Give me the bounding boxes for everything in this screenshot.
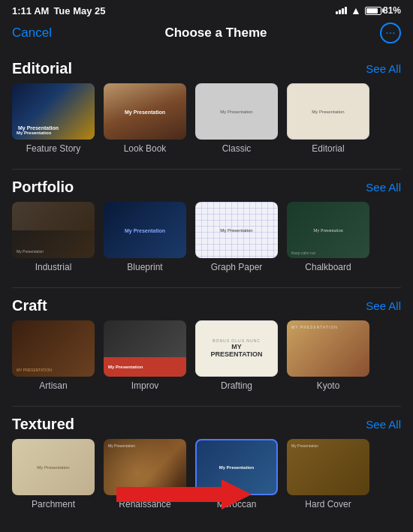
portfolio-see-all[interactable]: See All [366,181,401,194]
section-editorial-header: Editorial See All [0,51,413,83]
kyoto-label: Kyoto [317,380,340,391]
industrial-thumb: My Presentation [12,202,95,258]
drafting-label: Drafting [221,380,252,391]
theme-hard-cover[interactable]: My Presentation Hard Cover [287,439,369,509]
editorial-themes-row: My Presentation Feature Story My Present… [0,83,413,163]
status-time: 1:11 AM [12,5,49,17]
improv-thumb: My Presentation [104,320,186,377]
feature-story-thumb: My Presentation [12,83,95,140]
feature-story-label: Feature Story [26,143,81,154]
theme-graph-paper[interactable]: My Presentation Graph Paper [195,202,278,272]
theme-improv[interactable]: My Presentation Improv [104,320,186,391]
signal-icon [336,7,347,14]
theme-kyoto[interactable]: MY PRESENTATION Kyoto [287,320,369,391]
look-book-thumb: My Presentation [104,83,186,140]
more-button[interactable]: ··· [380,23,401,44]
svg-marker-0 [116,479,252,509]
battery-indicator: 81% [365,5,401,16]
industrial-label: Industrial [35,262,72,272]
editorial-see-all[interactable]: See All [366,62,401,75]
kyoto-thumb: MY PRESENTATION [287,320,369,377]
theme-feature-story[interactable]: My Presentation Feature Story [12,83,95,154]
theme-drafting[interactable]: BONUS OLUS NUNC MY PRESENTATION Drafting [195,320,278,391]
chalkboard-thumb: My Presentation Keep calm run [287,202,369,258]
wifi-icon: ▲ [351,5,361,17]
theme-artisan[interactable]: MY PRESENTATION Artisan [12,320,95,391]
section-textured-header: Textured See All [0,407,413,439]
status-day: Tue May 25 [53,5,105,17]
look-book-label: Look Book [124,143,167,154]
chalkboard-label: Chalkboard [305,262,351,272]
classic-label: Classic [222,143,252,154]
graph-paper-label: Graph Paper [211,262,263,272]
craft-see-all[interactable]: See All [366,299,401,312]
section-portfolio: Portfolio See All My Presentation Indust… [0,170,413,281]
parchment-thumb: My Presentation [12,439,95,495]
status-bar: 1:11 AM Tue May 25 ▲ 81% [0,0,413,20]
portfolio-themes-row: My Presentation Industrial My Presentati… [0,202,413,281]
scroll-content[interactable]: Editorial See All My Presentation Featur… [0,51,413,523]
editorial-thumb: My Presentation [287,83,369,140]
cancel-button[interactable]: Cancel [12,26,52,41]
parchment-label: Parchment [32,499,75,509]
section-portfolio-title: Portfolio [12,179,74,196]
arrow-svg [116,479,252,509]
section-craft: Craft See All MY PRESENTATION Artisan My… [0,288,413,400]
hard-cover-label: Hard Cover [305,499,351,509]
more-icon: ··· [385,26,395,40]
craft-themes-row: MY PRESENTATION Artisan My Presentation … [0,320,413,400]
section-editorial-title: Editorial [12,60,72,77]
drafting-thumb: BONUS OLUS NUNC MY PRESENTATION [195,320,278,377]
arrow-container [116,479,252,509]
page-title: Choose a Theme [164,26,267,41]
textured-see-all[interactable]: See All [366,418,401,431]
section-craft-header: Craft See All [0,288,413,320]
theme-look-book[interactable]: My Presentation Look Book [104,83,186,154]
section-textured-title: Textured [12,416,74,433]
nav-bar: Cancel Choose a Theme ··· [0,20,413,51]
status-right: ▲ 81% [336,5,401,17]
hard-cover-thumb: My Presentation [287,439,369,495]
section-portfolio-header: Portfolio See All [0,170,413,202]
theme-parchment[interactable]: My Presentation Parchment [12,439,95,509]
status-left: 1:11 AM Tue May 25 [12,5,106,17]
classic-thumb: My Presentation [195,83,278,140]
improv-label: Improv [131,380,159,391]
blueprint-thumb: My Presentation [104,202,186,258]
theme-editorial[interactable]: My Presentation Editorial [287,83,369,154]
blueprint-label: Blueprint [127,262,162,272]
artisan-label: Artisan [39,380,67,391]
graph-paper-thumb: My Presentation [195,202,278,258]
theme-chalkboard[interactable]: My Presentation Keep calm run Chalkboard [287,202,369,272]
theme-industrial[interactable]: My Presentation Industrial [12,202,95,272]
theme-classic[interactable]: My Presentation Classic [195,83,278,154]
theme-blueprint[interactable]: My Presentation Blueprint [104,202,186,272]
editorial-label: Editorial [312,143,344,154]
battery-percent: 81% [383,5,401,16]
section-craft-title: Craft [12,297,47,314]
section-editorial: Editorial See All My Presentation Featur… [0,51,413,163]
artisan-thumb: MY PRESENTATION [12,320,95,377]
pointing-arrow [116,479,252,509]
